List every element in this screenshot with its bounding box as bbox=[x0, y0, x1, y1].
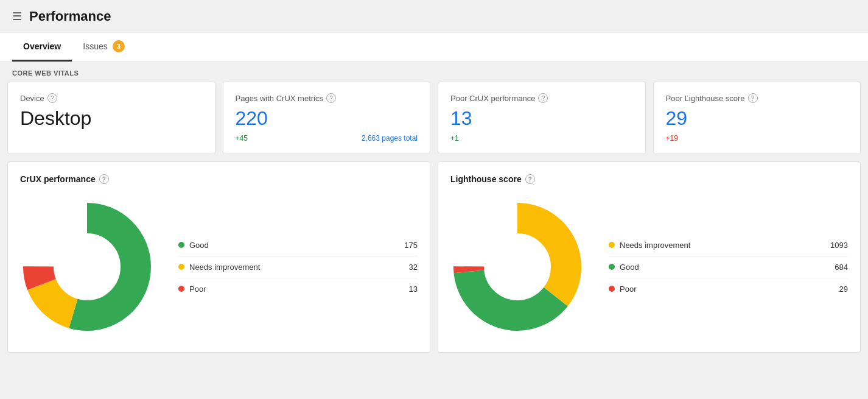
device-value: Desktop bbox=[20, 108, 203, 129]
crux-legend: Good 175 Needs improvement 32 Poor 13 bbox=[178, 235, 418, 300]
poor-lighthouse-label: Poor Lighthouse score ? bbox=[666, 93, 849, 103]
section-label: CORE WEB VITALS bbox=[0, 62, 868, 82]
crux-good-dot bbox=[178, 242, 184, 248]
crux-metrics-sub: +45 2,663 pages total bbox=[236, 134, 418, 143]
page-title: Performance bbox=[29, 9, 111, 24]
lighthouse-needs-value: 1093 bbox=[830, 241, 848, 250]
lighthouse-chart-help-icon[interactable]: ? bbox=[525, 174, 535, 184]
lighthouse-good-label: Good bbox=[620, 263, 830, 272]
issues-badge: 3 bbox=[113, 40, 125, 52]
poor-lighthouse-delta: +19 bbox=[666, 134, 678, 143]
lighthouse-legend: Needs improvement 1093 Good 684 Poor 29 bbox=[609, 235, 848, 300]
crux-metrics-total: 2,663 pages total bbox=[362, 134, 418, 143]
crux-chart-help-icon[interactable]: ? bbox=[99, 174, 109, 184]
crux-legend-needs: Needs improvement 32 bbox=[178, 256, 418, 278]
crux-donut-svg bbox=[20, 200, 154, 334]
poor-crux-sub: +1 bbox=[450, 134, 633, 143]
lighthouse-poor-dot bbox=[609, 286, 615, 292]
poor-lighthouse-card: Poor Lighthouse score ? 29 +19 bbox=[653, 82, 861, 154]
header: ☰ Performance bbox=[0, 0, 868, 33]
crux-chart-card: CrUX performance ? Good 175 bbox=[7, 161, 430, 353]
svg-point-7 bbox=[487, 236, 548, 297]
charts-row: CrUX performance ? Good 175 bbox=[0, 161, 868, 360]
lighthouse-chart-card: Lighthouse score ? Needs improvement 10 bbox=[438, 161, 861, 353]
crux-good-value: 175 bbox=[404, 241, 418, 250]
device-card: Device ? Desktop bbox=[7, 82, 215, 154]
lighthouse-poor-label: Poor bbox=[620, 284, 835, 294]
crux-legend-poor: Poor 13 bbox=[178, 278, 418, 300]
tab-overview-label: Overview bbox=[23, 41, 61, 51]
poor-lighthouse-value: 29 bbox=[666, 108, 849, 129]
menu-icon[interactable]: ☰ bbox=[12, 10, 22, 23]
crux-metrics-card: Pages with CrUX metrics ? 220 +45 2,663 … bbox=[223, 82, 431, 154]
device-card-label: Device ? bbox=[20, 93, 203, 103]
crux-legend-good: Good 175 bbox=[178, 235, 418, 256]
lighthouse-legend-poor: Poor 29 bbox=[609, 278, 848, 300]
lighthouse-poor-value: 29 bbox=[839, 284, 848, 294]
svg-point-3 bbox=[57, 236, 117, 297]
crux-chart-content: Good 175 Needs improvement 32 Poor 13 bbox=[20, 194, 418, 340]
lighthouse-chart-title: Lighthouse score ? bbox=[450, 174, 848, 184]
crux-donut bbox=[20, 200, 154, 334]
poor-crux-help-icon[interactable]: ? bbox=[538, 93, 548, 103]
lighthouse-good-dot bbox=[609, 264, 615, 270]
tabs-bar: Overview Issues 3 bbox=[0, 33, 868, 62]
crux-poor-label: Poor bbox=[189, 284, 404, 294]
crux-poor-value: 13 bbox=[409, 284, 418, 294]
crux-chart-title: CrUX performance ? bbox=[20, 174, 418, 184]
tab-issues[interactable]: Issues 3 bbox=[72, 33, 135, 62]
lighthouse-donut-svg bbox=[450, 200, 584, 334]
lighthouse-legend-needs: Needs improvement 1093 bbox=[609, 235, 848, 256]
crux-good-label: Good bbox=[189, 241, 399, 250]
poor-lighthouse-help-icon[interactable]: ? bbox=[748, 93, 758, 103]
crux-metrics-help-icon[interactable]: ? bbox=[326, 93, 336, 103]
crux-metrics-value: 220 bbox=[236, 108, 418, 129]
tab-overview[interactable]: Overview bbox=[12, 33, 72, 62]
crux-needs-dot bbox=[178, 264, 184, 270]
crux-needs-value: 32 bbox=[409, 263, 418, 272]
crux-needs-label: Needs improvement bbox=[189, 263, 404, 272]
poor-crux-card: Poor CrUX performance ? 13 +1 bbox=[438, 82, 646, 154]
lighthouse-chart-content: Needs improvement 1093 Good 684 Poor 29 bbox=[450, 194, 848, 340]
device-help-icon[interactable]: ? bbox=[47, 93, 57, 103]
poor-crux-delta: +1 bbox=[450, 134, 459, 143]
poor-crux-label: Poor CrUX performance ? bbox=[450, 93, 633, 103]
lighthouse-legend-good: Good 684 bbox=[609, 256, 848, 278]
lighthouse-donut bbox=[450, 200, 584, 334]
poor-lighthouse-sub: +19 bbox=[666, 134, 849, 143]
poor-crux-value: 13 bbox=[450, 108, 633, 129]
crux-metrics-delta: +45 bbox=[236, 134, 248, 143]
lighthouse-needs-dot bbox=[609, 242, 615, 248]
cards-row: Device ? Desktop Pages with CrUX metrics… bbox=[0, 82, 868, 161]
tab-issues-label: Issues bbox=[83, 41, 107, 51]
crux-metrics-label: Pages with CrUX metrics ? bbox=[236, 93, 418, 103]
lighthouse-needs-label: Needs improvement bbox=[620, 241, 825, 250]
crux-poor-dot bbox=[178, 286, 184, 292]
lighthouse-good-value: 684 bbox=[835, 263, 848, 272]
